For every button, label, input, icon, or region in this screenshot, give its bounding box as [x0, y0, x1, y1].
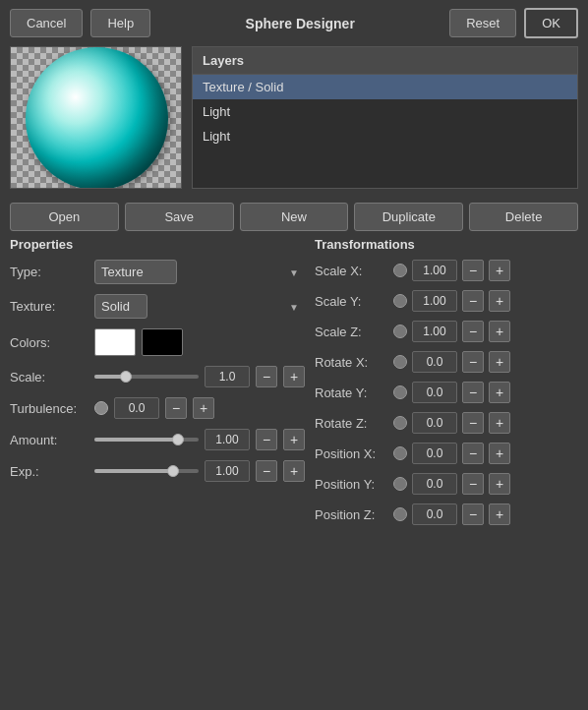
amount-minus-button[interactable]: −: [256, 429, 277, 450]
type-select-wrapper: Texture Light Background ▼: [94, 260, 305, 284]
scale-y-circle[interactable]: [393, 294, 407, 308]
position-z-circle[interactable]: [393, 507, 407, 521]
rotate-x-label: Rotate X:: [315, 355, 388, 370]
rotate-x-circle[interactable]: [393, 355, 407, 369]
exp-label: Exp.:: [10, 464, 88, 479]
position-x-circle[interactable]: [393, 446, 407, 460]
rotate-z-minus[interactable]: −: [462, 412, 484, 434]
amount-slider-track[interactable]: [94, 438, 199, 442]
scale-x-label: Scale X:: [315, 264, 388, 278]
color-swatch-white[interactable]: [94, 328, 136, 356]
rotate-x-minus[interactable]: −: [462, 351, 484, 373]
scale-x-row: Scale X: − +: [315, 260, 578, 281]
position-y-plus[interactable]: +: [489, 473, 510, 495]
exp-input[interactable]: [205, 460, 250, 482]
turbulence-input[interactable]: [114, 397, 159, 419]
position-x-plus[interactable]: +: [489, 443, 510, 464]
open-button[interactable]: Open: [10, 203, 119, 231]
amount-slider-thumb[interactable]: [172, 434, 184, 445]
colors-row: Colors:: [10, 328, 305, 356]
turbulence-minus-button[interactable]: −: [165, 397, 187, 419]
exp-slider-thumb[interactable]: [167, 465, 179, 477]
sphere-preview-area: [10, 46, 182, 189]
scale-y-input[interactable]: [412, 290, 457, 312]
ok-button[interactable]: OK: [524, 8, 578, 38]
rotate-x-input[interactable]: [412, 351, 457, 373]
scale-z-input[interactable]: [412, 321, 457, 342]
sphere-preview: [26, 47, 168, 189]
scale-input[interactable]: [205, 366, 250, 387]
scale-y-minus[interactable]: −: [462, 290, 484, 312]
position-x-label: Position X:: [315, 446, 388, 461]
rotate-z-plus[interactable]: +: [489, 412, 510, 434]
scale-x-plus[interactable]: +: [489, 260, 510, 281]
texture-row: Texture: Solid Noise Marble ▼: [10, 294, 305, 319]
position-y-minus[interactable]: −: [462, 473, 484, 495]
turbulence-row: Turbulence: − +: [10, 397, 305, 419]
amount-plus-button[interactable]: +: [283, 429, 305, 450]
scale-y-plus[interactable]: +: [489, 290, 510, 312]
layer-item[interactable]: Light: [193, 99, 577, 124]
scale-slider-track[interactable]: [94, 375, 199, 379]
exp-minus-button[interactable]: −: [256, 460, 277, 482]
position-y-circle[interactable]: [393, 477, 407, 491]
scale-z-minus[interactable]: −: [462, 321, 484, 342]
delete-button[interactable]: Delete: [469, 203, 578, 231]
scale-x-input[interactable]: [412, 260, 457, 281]
scale-z-plus[interactable]: +: [489, 321, 510, 342]
layer-item[interactable]: Light: [193, 124, 577, 148]
scale-x-circle[interactable]: [393, 264, 407, 277]
amount-input[interactable]: [205, 429, 250, 450]
exp-plus-button[interactable]: +: [283, 460, 305, 482]
app-title: Sphere Designer: [158, 16, 441, 31]
turbulence-circle[interactable]: [94, 401, 108, 415]
layers-panel: Layers Texture / Solid Light Light: [192, 46, 578, 189]
texture-select-wrapper: Solid Noise Marble ▼: [94, 294, 305, 319]
scale-z-circle[interactable]: [393, 325, 407, 338]
rotate-y-label: Rotate Y:: [315, 385, 388, 400]
scale-label: Scale:: [10, 370, 88, 385]
reset-button[interactable]: Reset: [449, 9, 516, 37]
scale-row: Scale: − +: [10, 366, 305, 387]
texture-select[interactable]: Solid Noise Marble: [94, 294, 147, 319]
texture-label: Texture:: [10, 299, 88, 314]
rotate-y-plus[interactable]: +: [489, 382, 510, 403]
help-button[interactable]: Help: [90, 9, 150, 37]
layers-header: Layers: [193, 47, 577, 75]
action-row: Open Save New Duplicate Delete: [0, 197, 588, 237]
type-label: Type:: [10, 265, 88, 279]
type-select[interactable]: Texture Light Background: [94, 260, 177, 284]
rotate-x-plus[interactable]: +: [489, 351, 510, 373]
position-y-input[interactable]: [412, 473, 457, 495]
scale-slider-thumb[interactable]: [120, 371, 132, 383]
rotate-y-input[interactable]: [412, 382, 457, 403]
properties-panel: Properties Type: Texture Light Backgroun…: [10, 237, 305, 534]
position-z-plus[interactable]: +: [489, 503, 510, 525]
properties-title: Properties: [10, 237, 305, 252]
rotate-z-circle[interactable]: [393, 416, 407, 430]
scale-z-row: Scale Z: − +: [315, 321, 578, 342]
turbulence-plus-button[interactable]: +: [193, 397, 214, 419]
rotate-y-minus[interactable]: −: [462, 382, 484, 403]
new-button[interactable]: New: [240, 203, 349, 231]
position-z-minus[interactable]: −: [462, 503, 484, 525]
position-y-label: Position Y:: [315, 477, 388, 492]
position-z-input[interactable]: [412, 503, 457, 525]
color-swatch-black[interactable]: [142, 328, 183, 356]
header: Cancel Help Sphere Designer Reset OK: [0, 0, 588, 46]
scale-plus-button[interactable]: +: [283, 366, 305, 387]
scale-x-minus[interactable]: −: [462, 260, 484, 281]
duplicate-button[interactable]: Duplicate: [354, 203, 463, 231]
exp-slider-track[interactable]: [94, 469, 199, 473]
scale-minus-button[interactable]: −: [256, 366, 277, 387]
position-z-label: Position Z:: [315, 507, 388, 522]
amount-row: Amount: − +: [10, 429, 305, 450]
layer-item[interactable]: Texture / Solid: [193, 75, 577, 99]
position-x-minus[interactable]: −: [462, 443, 484, 464]
rotate-y-row: Rotate Y: − +: [315, 382, 578, 403]
rotate-y-circle[interactable]: [393, 385, 407, 399]
rotate-z-input[interactable]: [412, 412, 457, 434]
position-x-input[interactable]: [412, 443, 457, 464]
save-button[interactable]: Save: [125, 203, 234, 231]
cancel-button[interactable]: Cancel: [10, 9, 83, 37]
